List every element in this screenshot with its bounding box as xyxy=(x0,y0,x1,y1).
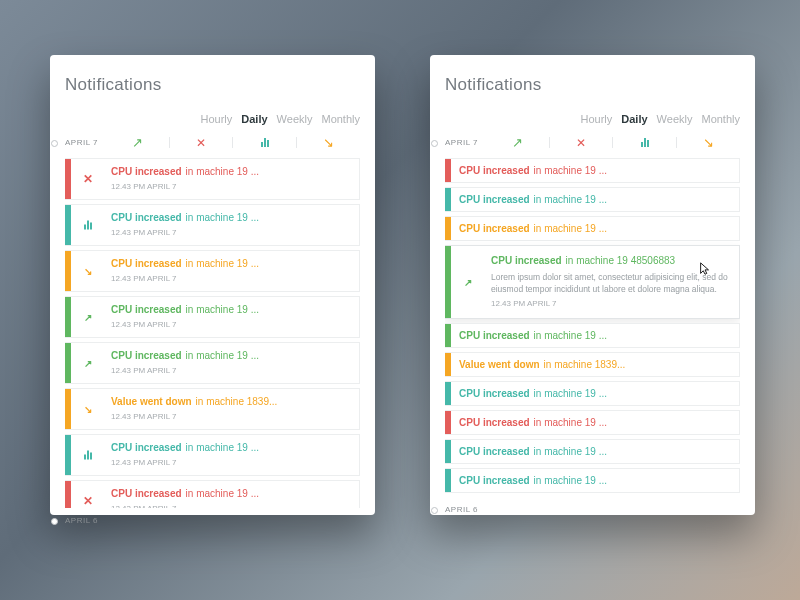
filter-bars[interactable] xyxy=(233,135,297,150)
notification-item[interactable]: CPU increasedin machine 19 ...12.43 PM A… xyxy=(65,480,360,508)
item-timestamp: 12.43 PM APRIL 7 xyxy=(111,456,349,469)
color-stripe xyxy=(65,389,71,429)
tab-daily[interactable]: Daily xyxy=(241,113,267,125)
item-description: Lorem ipsum dolor sit amet, consectetur … xyxy=(491,271,729,295)
notification-item[interactable]: CPU increasedin machine 19 ... xyxy=(445,381,740,406)
notification-item[interactable]: CPU increasedin machine 19 ...12.43 PM A… xyxy=(65,250,360,292)
trend-up-icon xyxy=(79,357,97,370)
item-subtitle: in machine 19 ... xyxy=(534,475,607,486)
notification-list: CPU increasedin machine 19 ...CPU increa… xyxy=(445,158,740,497)
color-stripe xyxy=(445,382,451,405)
item-subtitle: in machine 19 ... xyxy=(534,194,607,205)
tab-hourly[interactable]: Hourly xyxy=(581,113,613,125)
tab-weekly[interactable]: Weekly xyxy=(277,113,313,125)
filter-trend-down[interactable] xyxy=(297,135,361,150)
item-timestamp: 12.43 PM APRIL 7 xyxy=(491,297,729,310)
date-bottom: APRIL 6 xyxy=(65,516,360,525)
notification-item[interactable]: Value went downin machine 1839...12.43 P… xyxy=(65,388,360,430)
item-title: CPU increased xyxy=(459,330,530,341)
panel-title: Notifications xyxy=(445,75,740,95)
item-timestamp: 12.43 PM APRIL 7 xyxy=(111,272,349,285)
item-subtitle: in machine 1839... xyxy=(544,359,626,370)
item-title: CPU increased xyxy=(111,212,182,223)
bars-icon xyxy=(79,218,97,233)
color-stripe xyxy=(445,188,451,211)
filter-trend-down[interactable] xyxy=(677,135,741,150)
notification-item[interactable]: CPU increasedin machine 19 ... xyxy=(445,468,740,493)
color-stripe xyxy=(65,435,71,475)
notification-item[interactable]: CPU increasedin machine 19 ... xyxy=(445,323,740,348)
color-stripe xyxy=(445,217,451,240)
bars-icon xyxy=(641,135,649,147)
notification-item[interactable]: CPU increasedin machine 19 ...12.43 PM A… xyxy=(65,342,360,384)
item-title: CPU increased xyxy=(459,223,530,234)
item-title: Value went down xyxy=(459,359,540,370)
notification-item[interactable]: CPU increasedin machine 19 ...12.43 PM A… xyxy=(65,158,360,200)
item-subtitle: in machine 19 ... xyxy=(186,258,259,269)
item-subtitle: in machine 19 ... xyxy=(186,304,259,315)
filter-trend-up[interactable] xyxy=(486,135,550,150)
notification-list: CPU increasedin machine 19 ...12.43 PM A… xyxy=(65,158,360,508)
notification-item[interactable]: Value went downin machine 1839... xyxy=(445,352,740,377)
item-title: Value went down xyxy=(111,396,192,407)
item-subtitle: in machine 19 48506883 xyxy=(566,255,676,266)
color-stripe xyxy=(65,251,71,291)
notifications-panel-expanded: Notifications HourlyDailyWeeklyMonthly A… xyxy=(430,55,755,515)
notification-item[interactable]: CPU increasedin machine 19 ... xyxy=(445,216,740,241)
item-subtitle: in machine 19 ... xyxy=(186,350,259,361)
item-subtitle: in machine 19 ... xyxy=(186,212,259,223)
color-stripe xyxy=(65,205,71,245)
trend-up-icon xyxy=(512,135,523,150)
filter-bars[interactable] xyxy=(613,135,677,150)
tab-hourly[interactable]: Hourly xyxy=(201,113,233,125)
item-title: CPU increased xyxy=(459,165,530,176)
item-subtitle: in machine 19 ... xyxy=(186,166,259,177)
tab-daily[interactable]: Daily xyxy=(621,113,647,125)
color-stripe xyxy=(445,159,451,182)
cross-icon xyxy=(79,173,97,186)
item-subtitle: in machine 19 ... xyxy=(534,446,607,457)
tab-monthly[interactable]: Monthly xyxy=(701,113,740,125)
item-timestamp: 12.43 PM APRIL 7 xyxy=(111,180,349,193)
color-stripe xyxy=(65,343,71,383)
notification-item[interactable]: CPU increasedin machine 19 ...12.43 PM A… xyxy=(65,204,360,246)
item-subtitle: in machine 19 ... xyxy=(534,388,607,399)
item-title: CPU increased xyxy=(491,255,562,266)
notifications-panel-collapsed: Notifications HourlyDailyWeeklyMonthly A… xyxy=(50,55,375,515)
color-stripe xyxy=(445,440,451,463)
date-top: APRIL 7 xyxy=(445,138,478,147)
tab-monthly[interactable]: Monthly xyxy=(321,113,360,125)
notification-item[interactable]: CPU increasedin machine 19 ... xyxy=(445,187,740,212)
item-title: CPU increased xyxy=(111,304,182,315)
item-timestamp: 12.43 PM APRIL 7 xyxy=(111,226,349,239)
color-stripe xyxy=(445,246,451,318)
period-tabs: HourlyDailyWeeklyMonthly xyxy=(65,113,360,125)
item-subtitle: in machine 19 ... xyxy=(534,330,607,341)
notification-item[interactable]: CPU increasedin machine 19 ... xyxy=(445,439,740,464)
trend-up-icon xyxy=(459,276,477,289)
item-subtitle: in machine 19 ... xyxy=(534,223,607,234)
filter-cross[interactable] xyxy=(170,135,234,150)
trend-down-icon xyxy=(79,403,97,416)
tab-weekly[interactable]: Weekly xyxy=(657,113,693,125)
trend-up-icon xyxy=(79,311,97,324)
item-title: CPU increased xyxy=(111,488,182,499)
color-stripe xyxy=(445,469,451,492)
filter-cross[interactable] xyxy=(550,135,614,150)
notification-item[interactable]: CPU increasedin machine 19 ...12.43 PM A… xyxy=(65,296,360,338)
date-bottom: APRIL 6 xyxy=(445,505,740,514)
color-stripe xyxy=(445,324,451,347)
cross-icon xyxy=(79,495,97,508)
item-title: CPU increased xyxy=(459,475,530,486)
notification-item[interactable]: CPU increasedin machine 19 ...12.43 PM A… xyxy=(65,434,360,476)
cross-icon xyxy=(576,135,586,150)
trend-down-icon xyxy=(323,135,334,150)
color-stripe xyxy=(65,159,71,199)
item-subtitle: in machine 19 ... xyxy=(186,442,259,453)
notification-item-expanded[interactable]: CPU increasedin machine 19 48506883Lorem… xyxy=(445,245,740,319)
notification-item[interactable]: CPU increasedin machine 19 ... xyxy=(445,158,740,183)
filter-trend-up[interactable] xyxy=(106,135,170,150)
notification-item[interactable]: CPU increasedin machine 19 ... xyxy=(445,410,740,435)
item-timestamp: 12.43 PM APRIL 7 xyxy=(111,364,349,377)
period-tabs: HourlyDailyWeeklyMonthly xyxy=(445,113,740,125)
